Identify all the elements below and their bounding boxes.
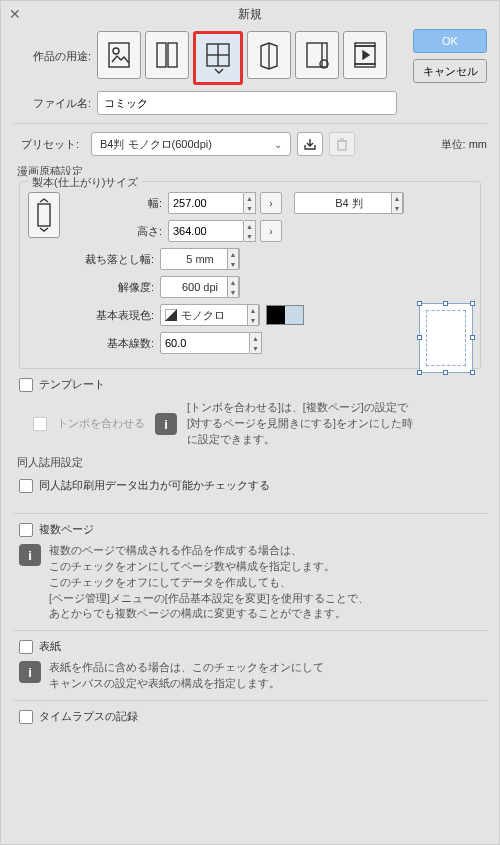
linecount-input[interactable]: [160, 332, 250, 354]
cover-info: 表紙を作品に含める場合は、このチェックをオンにして キャンバスの設定や表紙の構成…: [49, 660, 324, 692]
svg-point-1: [113, 48, 119, 54]
purpose-webtoon[interactable]: [145, 31, 189, 79]
timelapse-checkbox[interactable]: [19, 710, 33, 724]
binding-group-title: 製本(仕上がり)サイズ: [28, 175, 142, 190]
svg-rect-14: [338, 141, 346, 150]
save-preset-button[interactable]: [297, 132, 323, 156]
multipage-checkbox[interactable]: [19, 523, 33, 537]
info-icon: i: [19, 661, 41, 683]
svg-rect-8: [307, 43, 327, 67]
tombo-info: [トンボを合わせる]は、[複数ページ]の設定で[対するページを見開きにする]をオ…: [187, 400, 417, 447]
size-preset-select[interactable]: B4 判▲▼: [294, 192, 404, 214]
mono-icon: [165, 309, 177, 321]
timelapse-label: タイムラプスの記録: [39, 709, 138, 724]
preset-select[interactable]: B4判 モノクロ(600dpi) ⌄: [91, 132, 291, 156]
cover-label: 表紙: [39, 639, 61, 654]
tombo-label: トンボを合わせる: [57, 416, 145, 431]
page-preview: [419, 303, 473, 373]
doujin-label: 同人誌印刷用データ出力が可能かチェックする: [39, 478, 270, 493]
height-label: 高さ:: [68, 224, 168, 239]
svg-rect-3: [168, 43, 177, 67]
multipage-label: 複数ページ: [39, 522, 94, 537]
close-icon[interactable]: ✕: [9, 6, 21, 22]
height-arrow-button[interactable]: ›: [260, 220, 282, 242]
resolution-label: 解像度:: [28, 280, 160, 295]
svg-rect-0: [109, 43, 129, 67]
purpose-animation[interactable]: [343, 31, 387, 79]
cover-checkbox[interactable]: [19, 640, 33, 654]
height-spinner[interactable]: ▲▼: [244, 220, 256, 242]
colormode-select[interactable]: モノクロ▲▼: [160, 304, 260, 326]
bleed-label: 裁ち落とし幅:: [28, 252, 160, 267]
multipage-info: 複数のページで構成される作品を作成する場合は、 このチェックをオンにしてページ数…: [49, 543, 369, 622]
bleed-select[interactable]: 5 mm▲▼: [160, 248, 240, 270]
template-label: テンプレート: [39, 377, 105, 392]
purpose-illustration[interactable]: [97, 31, 141, 79]
info-icon: i: [19, 544, 41, 566]
linecount-spinner[interactable]: ▲▼: [250, 332, 262, 354]
delete-preset-button[interactable]: [329, 132, 355, 156]
swatch-blue[interactable]: [285, 306, 303, 324]
dialog-title: 新規: [238, 6, 262, 23]
filename-input[interactable]: [97, 91, 397, 115]
svg-rect-17: [38, 204, 50, 226]
tombo-checkbox: [33, 417, 47, 431]
template-checkbox[interactable]: [19, 378, 33, 392]
resolution-select[interactable]: 600 dpi▲▼: [160, 276, 240, 298]
filename-label: ファイル名:: [13, 96, 97, 111]
purpose-show-all[interactable]: [295, 31, 339, 79]
swatch-black[interactable]: [267, 306, 285, 324]
unit-label: 単位: mm: [441, 137, 487, 152]
linecount-label: 基本線数:: [28, 336, 160, 351]
colormode-label: 基本表現色:: [28, 308, 160, 323]
height-input[interactable]: [168, 220, 244, 242]
cancel-button[interactable]: キャンセル: [413, 59, 487, 83]
preset-label: プリセット:: [13, 137, 85, 152]
purpose-comic[interactable]: [193, 31, 243, 85]
width-arrow-button[interactable]: ›: [260, 192, 282, 214]
svg-rect-13: [355, 64, 375, 67]
info-icon: i: [155, 413, 177, 435]
purpose-label: 作品の用途:: [13, 31, 97, 64]
ok-button[interactable]: OK: [413, 29, 487, 53]
svg-rect-2: [157, 43, 166, 67]
svg-rect-12: [355, 43, 375, 46]
doujin-checkbox[interactable]: [19, 479, 33, 493]
orientation-toggle[interactable]: [28, 192, 60, 238]
purpose-printing[interactable]: [247, 31, 291, 79]
chevron-down-icon: ⌄: [274, 139, 282, 150]
width-spinner[interactable]: ▲▼: [244, 192, 256, 214]
width-input[interactable]: [168, 192, 244, 214]
width-label: 幅:: [68, 196, 168, 211]
doujin-section-title: 同人誌用設定: [17, 455, 487, 470]
